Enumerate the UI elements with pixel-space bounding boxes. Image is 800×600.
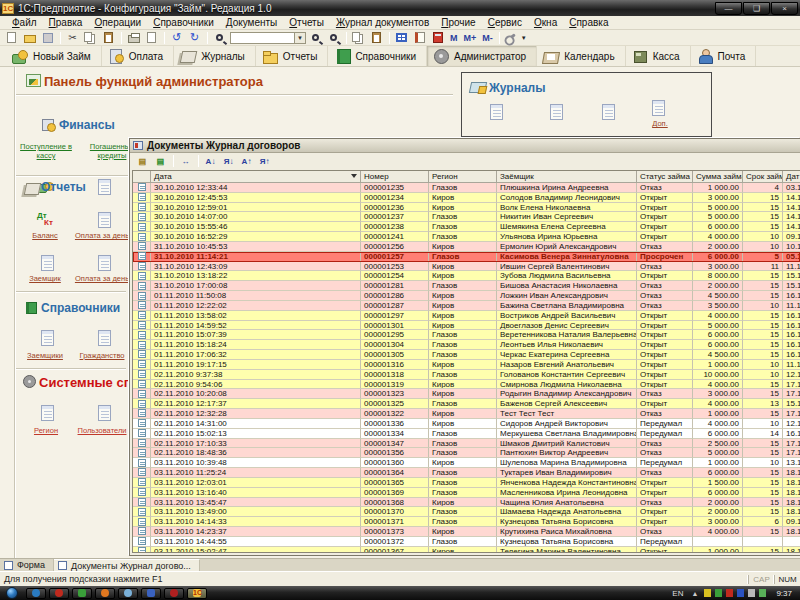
open-icon[interactable]: [21, 31, 38, 45]
table-row[interactable]: 03.11.2010 13:49:00000001370ГлазовШамаев…: [133, 507, 800, 517]
table-row[interactable]: 02.11.2010 14:31:00000001336КировСидоров…: [133, 419, 800, 429]
memory-plus-button[interactable]: М+: [461, 33, 480, 43]
green-tray-icon[interactable]: [715, 589, 722, 597]
table-icon[interactable]: [393, 31, 410, 45]
save-icon[interactable]: [39, 31, 56, 45]
1c-app-icon[interactable]: 1С: [187, 588, 207, 599]
minimize-button[interactable]: —: [715, 2, 742, 15]
borrower-report-icon[interactable]: [41, 255, 54, 271]
column-header-Заёмщик[interactable]: Заёмщик: [497, 171, 637, 183]
table-row[interactable]: 01.11.2010 13:58:02000001297КировВострик…: [133, 311, 800, 321]
reread-icon[interactable]: ▤: [152, 154, 169, 168]
column-header-Дат[interactable]: Дат: [783, 171, 800, 183]
table-row[interactable]: 02.11.2010 12:17:37000001325ГлазовБажено…: [133, 399, 800, 409]
network-tray-icon[interactable]: [759, 589, 766, 597]
repaid-credits-icon[interactable]: [98, 179, 111, 195]
balance-dtkt-icon[interactable]: ДтКт: [37, 212, 53, 226]
table-row[interactable]: 30.10.2010 12:45:53000001234КировСолодов…: [133, 193, 800, 203]
tab-Почта[interactable]: Почта: [691, 46, 757, 66]
toolbar-options-arrow-icon[interactable]: ▼: [521, 35, 527, 41]
tab-Календарь[interactable]: Календарь: [537, 46, 625, 66]
customize-icon[interactable]: [503, 31, 520, 45]
payment-per-day2-icon[interactable]: [98, 255, 111, 271]
table-row[interactable]: 01.11.2010 19:17:15000001316КировНазаров…: [133, 360, 800, 370]
journal-doc3-icon[interactable]: [602, 104, 615, 120]
table-row[interactable]: 03.11.2010 14:44:55000001372ГлазовКузнец…: [133, 537, 800, 547]
table-row[interactable]: 01.11.2010 15:18:24000001304ГлазовЛеонть…: [133, 340, 800, 350]
mdi-tab-Документы Журнал догово...[interactable]: Документы Журнал догово...: [54, 559, 200, 571]
table-row[interactable]: 01.11.2010 11:50:08000001286КировЛожкин …: [133, 291, 800, 301]
tray-expand-icon[interactable]: ▲: [691, 590, 698, 597]
floppy-app-icon[interactable]: [141, 588, 161, 599]
table-row[interactable]: 31.10.2010 10:45:53000001256КировЕрмолин…: [133, 242, 800, 252]
internet-explorer-icon[interactable]: [26, 588, 46, 599]
new-row-icon[interactable]: ▤: [134, 154, 151, 168]
table-row[interactable]: 31.10.2010 13:18:22000001254КировЗубова …: [133, 271, 800, 281]
table-row[interactable]: 31.10.2010 17:00:08000001281ГлазовБишова…: [133, 281, 800, 291]
menu-Журнал документов[interactable]: Журнал документов: [330, 17, 435, 28]
sort-doc-asc-icon[interactable]: А↑: [238, 154, 255, 168]
menu-Документы[interactable]: Документы: [220, 17, 284, 28]
table-row[interactable]: 30.10.2010 12:59:01000001236КировВолк Ел…: [133, 203, 800, 213]
column-header-Дата[interactable]: Дата: [151, 171, 361, 183]
column-header-Регион[interactable]: Регион: [429, 171, 497, 183]
redo-icon[interactable]: [186, 31, 203, 45]
link-borrowers[interactable]: Заемщики: [22, 352, 68, 361]
tab-Справочники[interactable]: Справочники: [328, 46, 427, 66]
paste-icon[interactable]: [100, 31, 117, 45]
bat-tray-icon[interactable]: [704, 589, 711, 597]
table-row[interactable]: 01.11.2010 14:59:52000001301КировДвоегла…: [133, 321, 800, 331]
green-app-icon[interactable]: [72, 588, 92, 599]
cut-icon[interactable]: [64, 31, 81, 45]
tab-Администратор[interactable]: Администратор: [427, 46, 537, 66]
table-row[interactable]: 03.11.2010 14:14:33000001371ГлазовКузнец…: [133, 517, 800, 527]
region-icon[interactable]: [41, 405, 54, 421]
table-row[interactable]: 01.11.2010 12:22:02000001287КировБажина …: [133, 301, 800, 311]
link-citizenship[interactable]: Гражданство: [73, 352, 131, 361]
menu-Справочники[interactable]: Справочники: [147, 17, 220, 28]
table-row[interactable]: 02.11.2010 18:48:36000001356ГлазовПантюх…: [133, 448, 800, 458]
notepad-icon[interactable]: [411, 31, 428, 45]
journal-window-titlebar[interactable]: Документы Журнал договоров: [130, 139, 800, 153]
memory-minus-button[interactable]: М-: [479, 33, 496, 43]
blue-tray-icon[interactable]: [737, 589, 744, 597]
copy-icon[interactable]: [82, 31, 99, 45]
table-row[interactable]: 30.10.2010 16:52:29000001241ГлазовУльяно…: [133, 232, 800, 242]
find-next-icon[interactable]: [307, 31, 324, 45]
column-header-Статус займа[interactable]: Статус займа: [637, 171, 693, 183]
table-row[interactable]: 31.10.2010 11:14:21000001257ГлазовКасимо…: [133, 252, 800, 262]
link-payment-per-day[interactable]: Оплата за день: [73, 232, 131, 241]
table-row[interactable]: 30.10.2010 15:55:46000001238ГлазовШемяки…: [133, 222, 800, 232]
mdi-tab-Форма[interactable]: Форма: [0, 559, 54, 571]
column-header-Номер[interactable]: Номер: [361, 171, 429, 183]
table-row[interactable]: 02.11.2010 9:37:38000001318ГлазовГолован…: [133, 370, 800, 380]
link-users[interactable]: Пользователи: [70, 427, 134, 436]
users-icon[interactable]: [98, 405, 111, 421]
table-row[interactable]: 31.10.2010 12:43:09000001253КировИвшин С…: [133, 262, 800, 272]
undo-icon[interactable]: [168, 31, 185, 45]
column-header-Сумма займа[interactable]: Сумма займа: [693, 171, 743, 183]
table-row[interactable]: 30.10.2010 14:07:00000001237ГлазовНикити…: [133, 212, 800, 222]
menu-Окна[interactable]: Окна: [528, 17, 563, 28]
table-row[interactable]: 03.11.2010 13:45:47000001368КировЧащина …: [133, 498, 800, 508]
combobox-arrow-icon[interactable]: ▼: [294, 33, 305, 43]
table-row[interactable]: 03.11.2010 13:16:40000001369ГлазовМаслен…: [133, 488, 800, 498]
tab-Касса[interactable]: Касса: [626, 46, 691, 66]
table-row[interactable]: 03.11.2010 10:39:48000001360КировШулепов…: [133, 458, 800, 468]
borrowers-icon[interactable]: [41, 330, 54, 346]
find-icon[interactable]: [211, 31, 228, 45]
column-header-icon[interactable]: [133, 171, 151, 183]
payment-per-day-icon[interactable]: [98, 212, 111, 228]
find-prev-icon[interactable]: [325, 31, 342, 45]
close-button[interactable]: ×: [771, 2, 798, 15]
windows-icon[interactable]: [350, 31, 367, 45]
antivirus-tray-icon[interactable]: [726, 589, 733, 597]
new-document-icon[interactable]: [3, 31, 20, 45]
menu-Прочие[interactable]: Прочие: [435, 17, 481, 28]
column-header-Срок займа[interactable]: Срок займа: [743, 171, 783, 183]
table-row[interactable]: 02.11.2010 15:02:13000001334ГлазовМеркуш…: [133, 429, 800, 439]
table-row[interactable]: 03.11.2010 14:23:37000001373КировКрутихи…: [133, 527, 800, 537]
journal-doc2-icon[interactable]: [550, 104, 563, 120]
help-mail-icon[interactable]: [368, 31, 385, 45]
tab-Отчеты[interactable]: Отчеты: [256, 46, 329, 66]
